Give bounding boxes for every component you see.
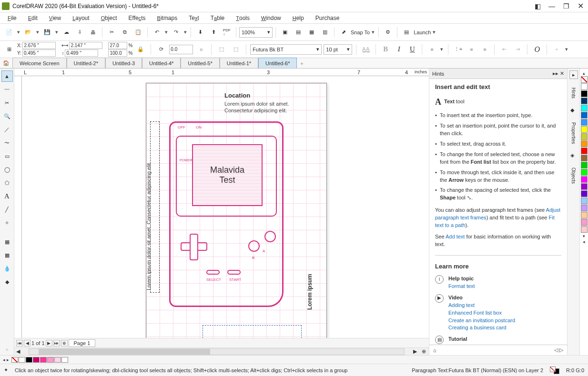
menu-view[interactable]: View bbox=[43, 14, 67, 22]
rotation-input[interactable] bbox=[169, 45, 193, 54]
swatch-18[interactable] bbox=[581, 212, 588, 218]
text-style-icon[interactable]: A̲A̲ bbox=[360, 44, 372, 55]
palette-more[interactable]: ◂ bbox=[581, 239, 588, 245]
snap-toggle-icon[interactable]: ⬈ bbox=[337, 26, 350, 39]
doc-swatch-3[interactable] bbox=[40, 357, 47, 363]
new-icon[interactable]: 📄 bbox=[3, 26, 15, 39]
palette-down[interactable]: ▾ bbox=[581, 233, 588, 239]
swatch-14[interactable] bbox=[581, 183, 588, 190]
open-dd[interactable]: ▾ bbox=[35, 29, 40, 35]
menu-text[interactable]: Text bbox=[183, 14, 205, 22]
doc-swatch-2[interactable] bbox=[33, 357, 40, 363]
palette-up[interactable]: ▴ bbox=[581, 70, 588, 76]
drawing-canvas[interactable]: Location Lorem ipsum dolor sit amet. Con… bbox=[22, 76, 429, 338]
doc-swatch-1[interactable] bbox=[26, 357, 32, 363]
bold-button[interactable]: B bbox=[380, 44, 391, 55]
swatch-11[interactable] bbox=[581, 162, 588, 168]
minimize-button[interactable]: — bbox=[546, 2, 558, 10]
undo-dd[interactable]: ▾ bbox=[164, 29, 169, 35]
cloud-up-icon[interactable]: ☁ bbox=[60, 26, 72, 39]
menu-window[interactable]: Window bbox=[255, 14, 287, 22]
tab-untitled-6[interactable]: Untitled-6* bbox=[258, 58, 297, 68]
page-prev[interactable]: ◀ bbox=[24, 340, 30, 346]
swatch-9[interactable] bbox=[581, 148, 588, 154]
hints-header[interactable]: Hints ▸▸ ✕ bbox=[429, 69, 567, 79]
swatch-6[interactable] bbox=[581, 126, 588, 133]
sx-input[interactable] bbox=[108, 42, 127, 49]
mesh-tool[interactable]: ▩ bbox=[1, 249, 13, 261]
list-bullet-icon[interactable]: ⋮≡ bbox=[452, 44, 464, 55]
dock-objects[interactable]: Objects bbox=[570, 166, 577, 186]
menu-layout[interactable]: Layout bbox=[67, 14, 95, 22]
dropcap-icon[interactable]: ≡ bbox=[479, 44, 490, 55]
page-add[interactable]: ⊕ bbox=[61, 340, 68, 346]
y-input[interactable] bbox=[22, 49, 56, 57]
page-next[interactable]: ▶ bbox=[46, 340, 52, 346]
swatch-3[interactable] bbox=[581, 105, 588, 111]
launch-icon[interactable]: ▤ bbox=[400, 26, 413, 39]
paste-icon[interactable]: 📋 bbox=[132, 26, 144, 39]
text-tool[interactable]: A bbox=[1, 190, 13, 202]
tab-untitled-2[interactable]: Untitled-2* bbox=[67, 58, 105, 68]
effects-tool[interactable]: ✧ bbox=[1, 217, 13, 228]
close-button[interactable]: ✕ bbox=[575, 2, 586, 10]
rectangle-tool[interactable]: ▭ bbox=[1, 150, 13, 162]
dock-hints[interactable]: Hints bbox=[570, 86, 577, 100]
menu-effects[interactable]: Effects bbox=[123, 14, 152, 22]
fill-preview[interactable] bbox=[550, 366, 559, 374]
hints-close[interactable]: ✕ bbox=[560, 70, 564, 76]
dock-expand-icon[interactable]: ▸ bbox=[569, 70, 578, 79]
menu-bitmaps[interactable]: Bitmaps bbox=[152, 14, 183, 22]
pdf-icon[interactable]: PDF↓ bbox=[221, 26, 233, 39]
line-tool[interactable]: ╱ bbox=[1, 204, 13, 215]
fill-tool[interactable]: ◆ bbox=[1, 276, 13, 287]
ruler-horizontal[interactable]: L 1 5 1 3 7 4 inches bbox=[14, 69, 429, 76]
tab-welcome[interactable]: Welcome Screen bbox=[12, 58, 67, 68]
fullscreen-icon[interactable]: ▣ bbox=[279, 26, 291, 39]
export-icon[interactable]: ⬆ bbox=[207, 26, 220, 39]
swatch-4[interactable] bbox=[581, 112, 588, 119]
mirror-h-icon[interactable]: ○ bbox=[195, 43, 207, 56]
shape-tool[interactable]: 〰 bbox=[1, 84, 13, 95]
swatch-1[interactable] bbox=[581, 90, 588, 97]
hints-nav-prev[interactable]: ▸▸ bbox=[553, 70, 558, 76]
grid-icon[interactable]: ▦ bbox=[305, 26, 318, 39]
freehand-tool[interactable]: ／ bbox=[1, 124, 13, 135]
zoom-tool[interactable]: 🔍 bbox=[1, 110, 13, 122]
open-icon[interactable]: 📂 bbox=[22, 26, 34, 39]
link-video-4[interactable]: Creating a business card bbox=[448, 325, 507, 330]
hints-fwd[interactable]: ▷ bbox=[559, 347, 563, 353]
snap-to-label[interactable]: Snap To bbox=[351, 30, 370, 35]
menu-purchase[interactable]: Purchase bbox=[310, 14, 345, 22]
rulers-icon[interactable]: ▤ bbox=[292, 26, 304, 39]
menu-table[interactable]: Table bbox=[205, 14, 230, 22]
save-dd[interactable]: ▾ bbox=[54, 29, 59, 35]
dock-properties[interactable]: Properties bbox=[570, 120, 577, 146]
doc-swatch-6[interactable] bbox=[61, 357, 68, 363]
lock-ratio-icon[interactable]: 🔒 bbox=[134, 43, 147, 56]
indent-left-icon[interactable]: ⬚ bbox=[215, 43, 228, 56]
menu-edit[interactable]: Edit bbox=[22, 14, 43, 22]
tab-untitled-4[interactable]: Untitled-4* bbox=[142, 58, 181, 68]
swatch-17[interactable] bbox=[581, 205, 588, 211]
tab-untitled-5[interactable]: Untitled-5* bbox=[181, 58, 219, 68]
doc-swatch-5[interactable] bbox=[54, 357, 61, 363]
cut-icon[interactable]: ✂ bbox=[105, 26, 118, 39]
doc-swatch-none[interactable] bbox=[11, 357, 18, 363]
outdent-icon[interactable]: ⇤ bbox=[498, 44, 510, 55]
polygon-tool[interactable]: ⬠ bbox=[1, 177, 13, 188]
swatch-0[interactable] bbox=[581, 83, 588, 90]
link-video-3[interactable]: Create an invitation postcard bbox=[448, 317, 515, 323]
swatch-10[interactable] bbox=[581, 155, 588, 161]
copy-icon[interactable]: ⧉ bbox=[119, 26, 131, 39]
options-icon[interactable]: ⚙ bbox=[382, 26, 394, 39]
font-size-select[interactable]: 10 pt▾ bbox=[324, 44, 352, 55]
swatch-20[interactable] bbox=[581, 226, 588, 233]
opentype-icon[interactable]: O bbox=[531, 44, 543, 55]
launch-dd[interactable]: ▾ bbox=[432, 29, 436, 35]
menu-tools[interactable]: Tools bbox=[230, 14, 255, 22]
tab-untitled-3[interactable]: Untitled-3 bbox=[105, 58, 142, 68]
artistic-tool[interactable]: 〜 bbox=[1, 137, 13, 148]
guides-icon[interactable]: ▥ bbox=[319, 26, 331, 39]
doc-pal-left[interactable]: ◂ ▸ bbox=[3, 357, 9, 362]
